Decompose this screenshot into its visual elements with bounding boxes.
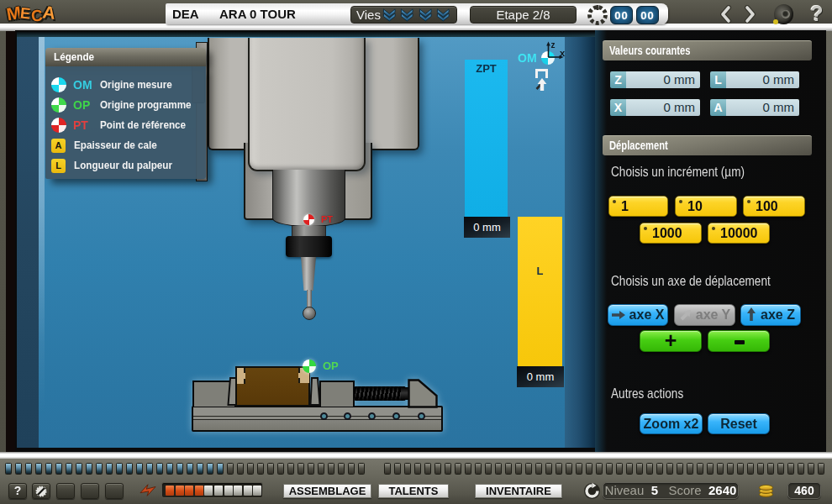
svg-text:z: z [551, 41, 556, 50]
